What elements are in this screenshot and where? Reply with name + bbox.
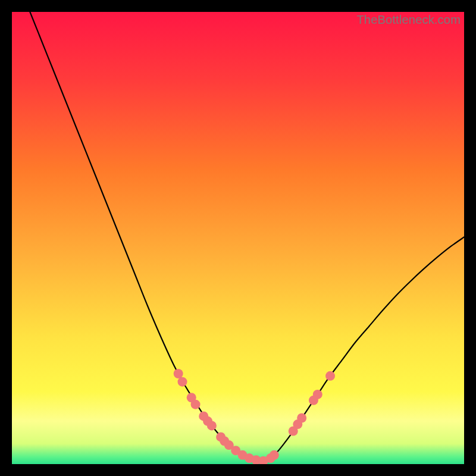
chart-svg (12, 12, 464, 464)
dot-marker (297, 413, 306, 422)
watermark-text: TheBottleneck.com (356, 13, 461, 27)
dot-marker (207, 421, 217, 430)
chart-plot-area (12, 12, 464, 464)
dot-marker (270, 450, 279, 460)
dot-marker (178, 377, 187, 387)
dot-marker (191, 400, 201, 409)
chart-frame: TheBottleneck.com (12, 12, 464, 464)
dot-marker (325, 371, 335, 381)
chart-background (12, 12, 464, 464)
dot-marker (174, 369, 183, 378)
dot-marker (313, 390, 322, 399)
